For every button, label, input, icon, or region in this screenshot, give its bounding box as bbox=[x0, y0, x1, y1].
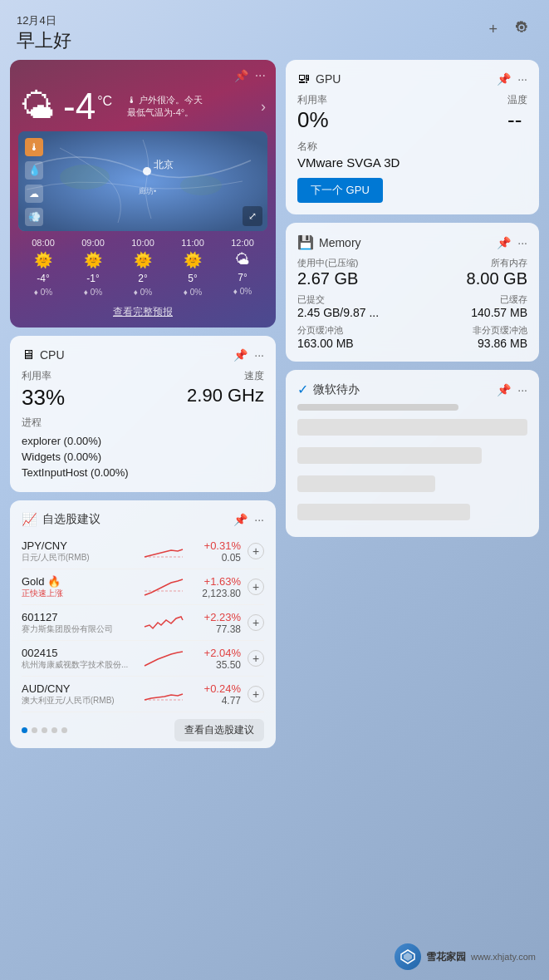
weather-more-icon[interactable]: ··· bbox=[255, 68, 266, 83]
svg-rect-0 bbox=[18, 131, 267, 231]
stock-desc-4: 澳大利亚元/人民币(RMB) bbox=[22, 695, 136, 707]
todo-header-right: 📌 ··· bbox=[497, 383, 527, 396]
stock-item-1: Gold 🔥 正快速上涨 +1.63% 2,123.80 + bbox=[22, 569, 264, 605]
gpu-temp-col: 温度 -- bbox=[507, 93, 527, 133]
stock-name-0: JPY/CNY bbox=[22, 539, 136, 552]
stock-info-1: Gold 🔥 正快速上涨 bbox=[22, 575, 136, 599]
cpu-usage-label: 利用率 bbox=[22, 369, 51, 383]
add-button[interactable]: + bbox=[485, 17, 501, 42]
todo-more-icon[interactable]: ··· bbox=[517, 383, 527, 396]
weather-icon: 🌤 bbox=[20, 86, 55, 126]
stock-name-4: AUD/CNY bbox=[22, 682, 136, 695]
weather-map: 北京 廊坊• 🌡 💧 ☁ 💨 ⤢ bbox=[18, 131, 267, 231]
stocks-header-left: 📈 自选股建议 bbox=[22, 512, 100, 527]
hourly-forecast: 08:00 🌞 -4° ♦ 0% 09:00 🌞 -1° ♦ 0% 10:00 … bbox=[10, 231, 276, 300]
stock-info-0: JPY/CNY 日元/人民币(RMB) bbox=[22, 539, 136, 564]
stock-add-3[interactable]: + bbox=[248, 650, 264, 667]
svg-text:北京: 北京 bbox=[154, 159, 174, 170]
stock-chart-4 bbox=[143, 682, 184, 707]
right-column: 🖳 GPU 📌 ··· 利用率 0% 温度 -- 名称 VMwa bbox=[286, 60, 539, 973]
weather-top: 📌 ··· bbox=[10, 60, 276, 86]
next-gpu-button[interactable]: 下一个 GPU bbox=[297, 178, 383, 203]
hourly-item-3: 11:00 🌞 5° ♦ 0% bbox=[181, 238, 204, 297]
left-column: 📌 ··· 🌤 -4°C 🌡 户外很冷。今天最低气温为-4°。 › bbox=[10, 60, 276, 973]
gpu-metrics: 利用率 0% 温度 -- bbox=[297, 93, 527, 133]
stocks-icon: 📈 bbox=[22, 512, 37, 527]
gpu-card: 🖳 GPU 📌 ··· 利用率 0% 温度 -- 名称 VMwa bbox=[286, 60, 539, 214]
stock-name-3: 002415 bbox=[22, 647, 136, 659]
gpu-card-header: 🖳 GPU 📌 ··· bbox=[297, 71, 527, 86]
gpu-pin-icon[interactable]: 📌 bbox=[497, 72, 511, 86]
view-all-stocks-button[interactable]: 查看自选股建议 bbox=[174, 719, 264, 741]
memory-more-icon[interactable]: ··· bbox=[517, 236, 527, 249]
todo-icon: ✓ bbox=[297, 382, 308, 397]
weather-sidebar-cloud[interactable]: ☁ bbox=[25, 185, 43, 203]
weather-sidebar-temp[interactable]: 🌡 bbox=[25, 138, 43, 156]
stocks-header: 📈 自选股建议 📌 ··· bbox=[22, 512, 264, 527]
memory-pin-icon[interactable]: 📌 bbox=[497, 236, 511, 249]
dot-5 bbox=[61, 727, 67, 733]
stocks-title: 自选股建议 bbox=[42, 512, 100, 527]
memory-in-use: 使用中(已压缩) 2.67 GB bbox=[297, 257, 408, 288]
weather-temp: -4°C bbox=[63, 86, 112, 126]
cpu-card-header: 🖥 CPU 📌 ··· bbox=[22, 347, 264, 362]
weather-pin-icon[interactable]: 📌 bbox=[234, 69, 248, 82]
stock-item-3: 002415 杭州海康威视数字技术股份... +2.04% 35.50 + bbox=[22, 641, 264, 677]
cpu-speed-value: 2.90 GHz bbox=[187, 385, 264, 411]
dot-3 bbox=[42, 727, 47, 733]
stock-add-4[interactable]: + bbox=[248, 686, 264, 702]
todo-card-header: ✓ 微软待办 📌 ··· bbox=[297, 382, 527, 397]
stock-chart-2 bbox=[143, 610, 184, 635]
logo-icon bbox=[395, 943, 421, 970]
cpu-value-row: 33% 2.90 GHz bbox=[22, 385, 264, 411]
memory-cached: 已缓存 140.57 MB bbox=[418, 293, 528, 319]
stock-desc-0: 日元/人民币(RMB) bbox=[22, 552, 136, 564]
stock-info-4: AUD/CNY 澳大利亚元/人民币(RMB) bbox=[22, 682, 136, 707]
todo-loading-bar bbox=[297, 404, 458, 411]
mem-paged-label: 分页缓冲池 bbox=[297, 324, 408, 337]
memory-total: 所有内存 8.00 GB bbox=[418, 257, 528, 288]
cpu-pin-icon[interactable]: 📌 bbox=[233, 348, 248, 362]
todo-title: 微软待办 bbox=[313, 382, 360, 397]
weather-next-icon[interactable]: › bbox=[261, 98, 266, 116]
mem-total-value: 8.00 GB bbox=[418, 269, 528, 288]
stock-change-1: +1.63% 2,123.80 bbox=[191, 575, 241, 599]
mem-cached-label: 已缓存 bbox=[418, 293, 528, 306]
map-expand-button[interactable]: ⤢ bbox=[243, 206, 262, 226]
hourly-item-0: 08:00 🌞 -4° ♦ 0% bbox=[32, 238, 55, 297]
weather-map-svg: 北京 廊坊• bbox=[18, 131, 267, 231]
weather-sidebar-wind[interactable]: 💨 bbox=[25, 208, 43, 226]
gpu-name-value: VMware SVGA 3D bbox=[297, 155, 527, 170]
settings-button[interactable] bbox=[511, 17, 532, 42]
cpu-more-icon[interactable]: ··· bbox=[254, 348, 264, 362]
weather-sidebar-rain[interactable]: 💧 bbox=[25, 161, 43, 180]
stocks-more-icon[interactable]: ··· bbox=[254, 513, 264, 526]
memory-icon: 💾 bbox=[297, 234, 314, 250]
stock-add-0[interactable]: + bbox=[248, 543, 264, 559]
stock-add-2[interactable]: + bbox=[248, 614, 264, 631]
mem-in-use-label: 使用中(已压缩) bbox=[297, 257, 408, 269]
cpu-speed-label: 速度 bbox=[244, 369, 264, 383]
svg-point-4 bbox=[60, 165, 110, 190]
logo-text: 雪花家园 bbox=[426, 950, 466, 964]
weather-temp-block: -4°C bbox=[63, 88, 112, 125]
stocks-pin-icon[interactable]: 📌 bbox=[233, 513, 248, 526]
stocks-header-right: 📌 ··· bbox=[233, 513, 264, 526]
mem-nonpaged-value: 93.86 MB bbox=[418, 337, 528, 350]
todo-pin-icon[interactable]: 📌 bbox=[497, 383, 511, 396]
main-layout: 📌 ··· 🌤 -4°C 🌡 户外很冷。今天最低气温为-4°。 › bbox=[0, 60, 549, 973]
stock-change-4: +0.24% 4.77 bbox=[191, 682, 241, 707]
memory-title: Memory bbox=[319, 236, 361, 249]
gpu-more-icon[interactable]: ··· bbox=[517, 72, 527, 86]
memory-card-header: 💾 Memory 📌 ··· bbox=[297, 234, 527, 250]
stock-chart-0 bbox=[143, 539, 184, 564]
todo-card: ✓ 微软待办 📌 ··· bbox=[286, 370, 539, 537]
stock-desc-3: 杭州海康威视数字技术股份... bbox=[22, 659, 136, 671]
weather-forecast-link[interactable]: 查看完整预报 bbox=[10, 300, 276, 327]
dot-1 bbox=[22, 727, 27, 733]
mem-nonpaged-label: 非分页缓冲池 bbox=[418, 324, 528, 337]
mem-committed-label: 已提交 bbox=[297, 293, 408, 306]
stock-add-1[interactable]: + bbox=[248, 579, 264, 595]
stocks-card: 📈 自选股建议 📌 ··· JPY/CNY 日元/人民币(RMB) bbox=[10, 500, 276, 748]
gpu-name-label: 名称 bbox=[297, 140, 527, 154]
